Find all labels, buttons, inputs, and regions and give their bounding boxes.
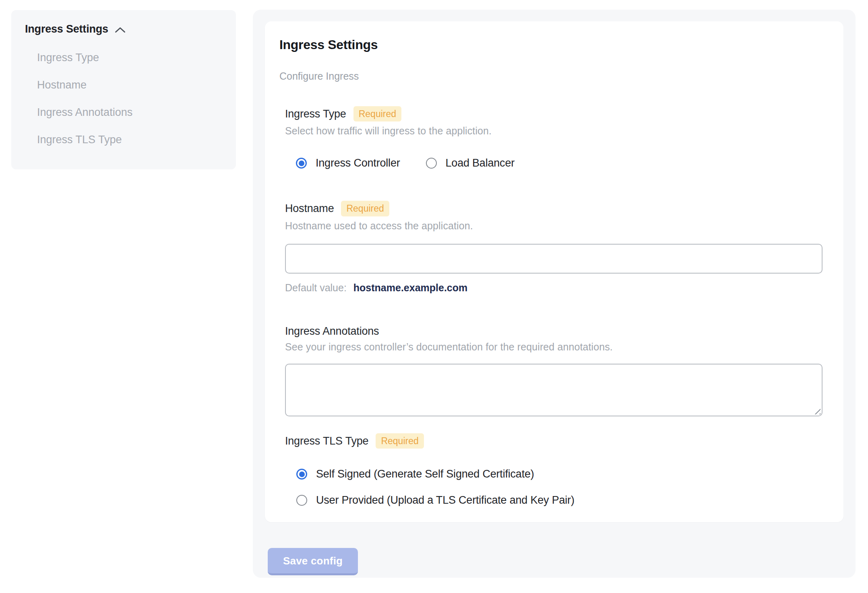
hostname-input[interactable]: [285, 244, 823, 274]
sidebar-item-ingress-annotations[interactable]: Ingress Annotations: [37, 107, 222, 118]
hostname-help: Hostname used to access the application.: [285, 220, 823, 232]
required-badge: Required: [376, 433, 424, 449]
field-ingress-annotations: Ingress Annotations See your ingress con…: [285, 325, 823, 416]
radio-selected-icon: [296, 158, 307, 169]
radio-label: Self Signed (Generate Self Signed Certif…: [316, 468, 534, 480]
radio-label: User Provided (Upload a TLS Certificate …: [316, 494, 575, 507]
form-fields: Ingress Type Required Select how traffic…: [285, 106, 823, 507]
ingress-settings-sidebar: Ingress Settings Ingress Type Hostname I…: [11, 10, 236, 169]
page: Ingress Settings Ingress Type Hostname I…: [0, 0, 868, 593]
annotations-label: Ingress Annotations: [285, 325, 379, 338]
required-badge: Required: [341, 201, 389, 216]
sidebar-item-ingress-tls-type[interactable]: Ingress TLS Type: [37, 134, 222, 145]
radio-option-user-provided[interactable]: User Provided (Upload a TLS Certificate …: [296, 494, 823, 507]
ingress-settings-card: Ingress Settings Configure Ingress Ingre…: [265, 21, 843, 522]
radio-unselected-icon: [296, 495, 307, 506]
hostname-default-line: Default value: hostname.example.com: [285, 282, 823, 294]
chevron-up-icon: [115, 27, 126, 33]
radio-label: Load Balancer: [446, 157, 515, 169]
radio-option-load-balancer[interactable]: Load Balancer: [426, 157, 515, 169]
hostname-label-row: Hostname Required: [285, 201, 823, 216]
field-hostname: Hostname Required Hostname used to acces…: [285, 201, 823, 293]
field-ingress-type: Ingress Type Required Select how traffic…: [285, 106, 823, 169]
sidebar-section-title: Ingress Settings: [25, 23, 108, 35]
sidebar-section-header[interactable]: Ingress Settings: [25, 23, 222, 35]
default-value-link[interactable]: hostname.example.com: [353, 282, 467, 293]
ingress-type-help: Select how traffic will ingress to the a…: [285, 125, 823, 137]
tls-type-label-row: Ingress TLS Type Required: [285, 433, 823, 449]
annotations-textarea[interactable]: [285, 364, 823, 416]
radio-selected-icon: [296, 469, 307, 480]
ingress-type-label-row: Ingress Type Required: [285, 106, 823, 121]
annotations-label-row: Ingress Annotations: [285, 325, 823, 338]
sidebar-item-hostname[interactable]: Hostname: [37, 80, 222, 91]
radio-label: Ingress Controller: [316, 157, 400, 169]
radio-option-self-signed[interactable]: Self Signed (Generate Self Signed Certif…: [296, 468, 823, 480]
page-subtitle: Configure Ingress: [279, 70, 823, 82]
page-title: Ingress Settings: [279, 37, 823, 52]
sidebar-item-ingress-type[interactable]: Ingress Type: [37, 52, 222, 63]
radio-option-ingress-controller[interactable]: Ingress Controller: [296, 157, 400, 169]
required-badge: Required: [353, 106, 401, 121]
radio-unselected-icon: [426, 158, 437, 169]
ingress-settings-panel: Ingress Settings Configure Ingress Ingre…: [253, 10, 856, 578]
default-value-label: Default value:: [285, 282, 347, 293]
hostname-label: Hostname: [285, 202, 334, 215]
tls-type-options: Self Signed (Generate Self Signed Certif…: [296, 468, 823, 507]
annotations-textarea-wrap: [285, 364, 823, 416]
save-config-button[interactable]: Save config: [268, 548, 358, 575]
ingress-type-options: Ingress Controller Load Balancer: [296, 157, 823, 169]
field-ingress-tls-type: Ingress TLS Type Required Self Signed (G…: [285, 433, 823, 507]
annotations-help: See your ingress controller’s documentat…: [285, 341, 823, 353]
sidebar-item-list: Ingress Type Hostname Ingress Annotation…: [25, 52, 222, 145]
ingress-type-label: Ingress Type: [285, 108, 346, 120]
tls-type-label: Ingress TLS Type: [285, 435, 368, 447]
